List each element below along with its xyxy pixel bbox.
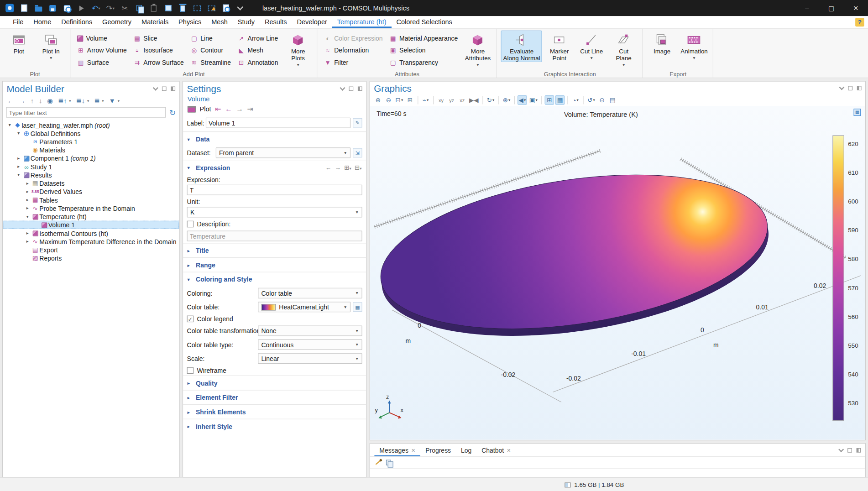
filter-item[interactable]: ▼Filter: [321, 57, 385, 69]
marker-point-button[interactable]: Marker Point: [544, 31, 575, 62]
deselect-box-icon[interactable]: [204, 2, 218, 14]
print-icon[interactable]: ▤: [608, 95, 617, 105]
add-line-item[interactable]: ▢Line: [188, 32, 234, 44]
panel-pin-icon[interactable]: [857, 448, 861, 452]
tree-item-temperature-ht[interactable]: ▾ Temperature (ht): [3, 212, 179, 220]
plot-icon[interactable]: [188, 106, 196, 113]
section-inherit-style[interactable]: ▸ Inherit Style: [183, 419, 366, 434]
panel-pin-icon[interactable]: [857, 86, 862, 90]
unit-select[interactable]: K ▼: [187, 207, 362, 217]
grid-toggle-icon[interactable]: ⊞: [545, 95, 554, 105]
wireframe-checkbox[interactable]: [187, 367, 194, 374]
refresh-icon[interactable]: ↻: [169, 108, 176, 116]
tree-item-parameters[interactable]: Pi Parameters 1: [3, 137, 179, 146]
tree-item-reports[interactable]: ▨ Reports: [3, 254, 179, 262]
plot-button[interactable]: Plot: [4, 31, 34, 55]
settings-plot-button[interactable]: Plot: [200, 105, 211, 113]
tree-item-results[interactable]: ▾ Results: [3, 171, 179, 179]
zoom-extents-icon[interactable]: ⊞: [405, 95, 415, 105]
expander-icon[interactable]: ▸: [24, 198, 31, 203]
view-yz-icon[interactable]: yz: [447, 95, 456, 105]
scale-select[interactable]: Linear ▼: [258, 353, 362, 364]
go-to-source-icon[interactable]: ⇲: [353, 148, 362, 158]
section-expression[interactable]: ▾ Expression ← → ⊞▾ ⊟▾: [183, 160, 366, 175]
minimize-button[interactable]: –: [795, 0, 819, 16]
tab-temperature-ht[interactable]: Temperature (ht): [332, 16, 392, 28]
dataset-select[interactable]: From parent ▼: [216, 147, 350, 158]
tree-item-isothermal-contours[interactable]: ▸ Isothermal Contours (ht): [3, 229, 179, 237]
expander-icon[interactable]: ▸: [24, 206, 31, 211]
expander-icon[interactable]: ▾: [15, 172, 22, 178]
tree-item-global-definitions[interactable]: ▾ ⊕ Global Definitions: [3, 129, 179, 137]
coloring-select[interactable]: Color table ▼: [258, 288, 362, 298]
color-table-type-select[interactable]: Continuous ▼: [258, 340, 362, 350]
section-quality[interactable]: ▸ Quality: [183, 376, 366, 390]
evaluate-along-normal-button[interactable]: Evaluate Along Normal: [501, 31, 542, 62]
more-plots-button[interactable]: More Plots ▼: [283, 31, 313, 69]
add-volume-item[interactable]: Volume: [74, 32, 130, 44]
image-export-button[interactable]: Image: [647, 31, 677, 55]
snapshot-icon[interactable]: ⊙: [597, 95, 607, 105]
add-contour-item[interactable]: ◎Contour: [188, 44, 234, 57]
next-plot-icon[interactable]: →: [236, 105, 243, 113]
replace-expression-icon[interactable]: ⊞▾: [344, 164, 351, 172]
redo-icon[interactable]: ↷▾: [104, 2, 117, 14]
copy-messages-icon[interactable]: [386, 460, 391, 465]
collapse-down-icon[interactable]: ≣↓: [76, 97, 85, 105]
section-shrink-elements[interactable]: ▸ Shrink Elements: [183, 404, 366, 419]
panel-float-icon[interactable]: [349, 87, 353, 91]
select-box-icon[interactable]: [190, 2, 204, 14]
section-range[interactable]: ▸ Range: [183, 257, 366, 272]
forward-icon[interactable]: →: [19, 97, 26, 105]
more-attributes-button[interactable]: More Attributes ▼: [463, 31, 493, 69]
selection-item[interactable]: ▣Selection: [387, 44, 460, 57]
rename-icon[interactable]: ✎: [353, 118, 362, 128]
close-icon[interactable]: ✕: [411, 447, 415, 453]
tree-item-study[interactable]: ▸ ∞ Study 1: [3, 162, 179, 171]
previous-plot-icon[interactable]: ←: [225, 105, 232, 113]
plot-in-button[interactable]: Plot In ▼: [36, 31, 66, 62]
tree-item-datasets[interactable]: ▸ ▦ Datasets: [3, 179, 179, 188]
new-file-icon[interactable]: [17, 2, 31, 14]
clear-messages-icon[interactable]: [375, 460, 381, 465]
expander-icon[interactable]: ▸: [15, 156, 22, 161]
help-icon[interactable]: ?: [855, 18, 864, 26]
tree-item-materials[interactable]: ◉ Materials: [3, 146, 179, 154]
delete-icon[interactable]: [176, 2, 189, 14]
add-annotation-item[interactable]: ⊡Annotation: [235, 57, 281, 69]
axes-toggle-icon[interactable]: ▦: [555, 95, 565, 105]
close-icon[interactable]: ✕: [507, 447, 511, 453]
undo-icon[interactable]: ↶▾: [89, 2, 103, 14]
expander-icon[interactable]: ▸: [24, 231, 31, 236]
chevron-down-icon[interactable]: ▾: [102, 99, 104, 103]
chevron-down-icon[interactable]: ▾: [69, 99, 71, 103]
zoom-out-icon[interactable]: ⊖: [384, 95, 393, 105]
last-plot-icon[interactable]: ⇥: [247, 105, 253, 113]
tab-messages[interactable]: Messages ✕: [374, 444, 420, 456]
maximize-button[interactable]: ▢: [819, 0, 843, 16]
panel-float-icon[interactable]: [847, 448, 852, 452]
chevron-down-icon[interactable]: ▾: [87, 99, 89, 103]
rotate-icon[interactable]: ↻▾: [486, 95, 496, 105]
show-icon[interactable]: ◉: [47, 97, 53, 105]
expander-icon[interactable]: ▾: [15, 131, 22, 136]
tree-item-volume-1[interactable]: Volume 1: [3, 221, 179, 229]
tab-definitions[interactable]: Definitions: [56, 16, 97, 28]
section-coloring-and-style[interactable]: ▾ Coloring and Style: [183, 272, 366, 287]
next-expression-icon[interactable]: →: [335, 164, 341, 172]
tab-log[interactable]: Log: [456, 444, 476, 456]
3d-scene[interactable]: [370, 106, 865, 440]
plot-context-icon[interactable]: ▦: [854, 109, 861, 116]
zoom-in-icon[interactable]: ⊕: [373, 95, 383, 105]
orbit-icon[interactable]: ⊛▾: [502, 95, 512, 105]
color-table-select[interactable]: HeatCameraLight ▼: [258, 302, 350, 312]
tree-filter-icon[interactable]: ▼: [109, 97, 115, 105]
first-plot-icon[interactable]: ⇤: [215, 105, 221, 113]
run-icon[interactable]: [75, 2, 88, 14]
scene-projection-icon[interactable]: ▶◀: [468, 95, 479, 105]
move-up-icon[interactable]: ↑: [31, 97, 34, 105]
insert-expression-icon[interactable]: ⊟▾: [355, 164, 361, 172]
tab-physics[interactable]: Physics: [173, 16, 206, 28]
panel-pin-icon[interactable]: [358, 87, 362, 91]
reset-update-icon[interactable]: ↺▾: [586, 95, 596, 105]
